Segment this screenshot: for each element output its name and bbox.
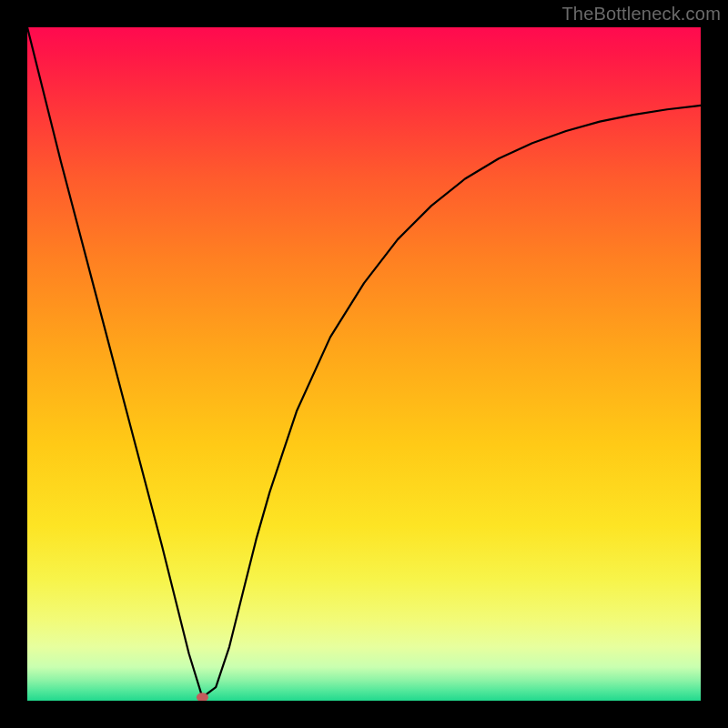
plot-area <box>27 27 701 701</box>
chart-frame: TheBottleneck.com <box>0 0 728 728</box>
watermark-text: TheBottleneck.com <box>561 4 721 25</box>
bottleneck-curve <box>27 27 701 697</box>
curve-svg <box>27 27 701 701</box>
